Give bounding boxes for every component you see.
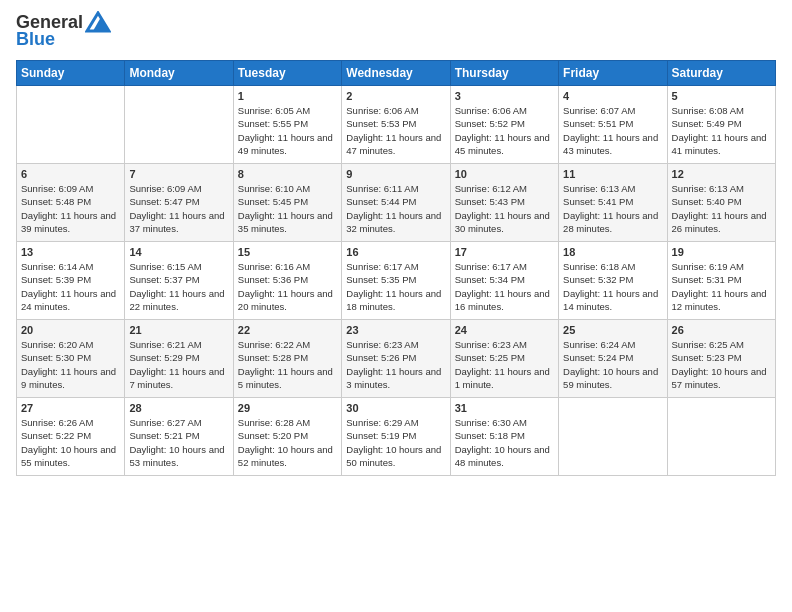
week-row-3: 13Sunrise: 6:14 AMSunset: 5:39 PMDayligh… xyxy=(17,242,776,320)
day-info: Sunrise: 6:14 AMSunset: 5:39 PMDaylight:… xyxy=(21,260,120,313)
day-header-monday: Monday xyxy=(125,61,233,86)
day-number: 8 xyxy=(238,168,337,180)
day-number: 3 xyxy=(455,90,554,102)
calendar-cell: 23Sunrise: 6:23 AMSunset: 5:26 PMDayligh… xyxy=(342,320,450,398)
day-info: Sunrise: 6:23 AMSunset: 5:25 PMDaylight:… xyxy=(455,338,554,391)
day-info: Sunrise: 6:21 AMSunset: 5:29 PMDaylight:… xyxy=(129,338,228,391)
calendar-cell: 15Sunrise: 6:16 AMSunset: 5:36 PMDayligh… xyxy=(233,242,341,320)
day-info: Sunrise: 6:26 AMSunset: 5:22 PMDaylight:… xyxy=(21,416,120,469)
day-number: 10 xyxy=(455,168,554,180)
calendar-cell: 28Sunrise: 6:27 AMSunset: 5:21 PMDayligh… xyxy=(125,398,233,476)
day-info: Sunrise: 6:09 AMSunset: 5:48 PMDaylight:… xyxy=(21,182,120,235)
day-info: Sunrise: 6:25 AMSunset: 5:23 PMDaylight:… xyxy=(672,338,771,391)
calendar-cell xyxy=(667,398,775,476)
logo: General Blue xyxy=(16,12,111,50)
day-number: 12 xyxy=(672,168,771,180)
day-info: Sunrise: 6:18 AMSunset: 5:32 PMDaylight:… xyxy=(563,260,662,313)
calendar-cell: 30Sunrise: 6:29 AMSunset: 5:19 PMDayligh… xyxy=(342,398,450,476)
day-info: Sunrise: 6:29 AMSunset: 5:19 PMDaylight:… xyxy=(346,416,445,469)
day-info: Sunrise: 6:13 AMSunset: 5:41 PMDaylight:… xyxy=(563,182,662,235)
day-number: 18 xyxy=(563,246,662,258)
day-number: 4 xyxy=(563,90,662,102)
calendar-cell: 12Sunrise: 6:13 AMSunset: 5:40 PMDayligh… xyxy=(667,164,775,242)
calendar-cell: 24Sunrise: 6:23 AMSunset: 5:25 PMDayligh… xyxy=(450,320,558,398)
day-info: Sunrise: 6:06 AMSunset: 5:53 PMDaylight:… xyxy=(346,104,445,157)
day-number: 1 xyxy=(238,90,337,102)
day-info: Sunrise: 6:16 AMSunset: 5:36 PMDaylight:… xyxy=(238,260,337,313)
day-info: Sunrise: 6:09 AMSunset: 5:47 PMDaylight:… xyxy=(129,182,228,235)
day-number: 19 xyxy=(672,246,771,258)
calendar-cell: 5Sunrise: 6:08 AMSunset: 5:49 PMDaylight… xyxy=(667,86,775,164)
day-info: Sunrise: 6:28 AMSunset: 5:20 PMDaylight:… xyxy=(238,416,337,469)
day-number: 27 xyxy=(21,402,120,414)
day-header-tuesday: Tuesday xyxy=(233,61,341,86)
header-row: SundayMondayTuesdayWednesdayThursdayFrid… xyxy=(17,61,776,86)
day-number: 13 xyxy=(21,246,120,258)
calendar-cell: 21Sunrise: 6:21 AMSunset: 5:29 PMDayligh… xyxy=(125,320,233,398)
calendar-cell xyxy=(125,86,233,164)
page-container: General Blue SundayMondayTuesdayWednesda… xyxy=(0,0,792,484)
calendar-cell: 13Sunrise: 6:14 AMSunset: 5:39 PMDayligh… xyxy=(17,242,125,320)
logo-icon xyxy=(85,11,111,33)
day-info: Sunrise: 6:15 AMSunset: 5:37 PMDaylight:… xyxy=(129,260,228,313)
day-info: Sunrise: 6:17 AMSunset: 5:34 PMDaylight:… xyxy=(455,260,554,313)
day-info: Sunrise: 6:11 AMSunset: 5:44 PMDaylight:… xyxy=(346,182,445,235)
calendar-cell: 29Sunrise: 6:28 AMSunset: 5:20 PMDayligh… xyxy=(233,398,341,476)
day-number: 5 xyxy=(672,90,771,102)
calendar-cell: 3Sunrise: 6:06 AMSunset: 5:52 PMDaylight… xyxy=(450,86,558,164)
day-header-friday: Friday xyxy=(559,61,667,86)
day-number: 11 xyxy=(563,168,662,180)
day-info: Sunrise: 6:05 AMSunset: 5:55 PMDaylight:… xyxy=(238,104,337,157)
week-row-4: 20Sunrise: 6:20 AMSunset: 5:30 PMDayligh… xyxy=(17,320,776,398)
day-info: Sunrise: 6:08 AMSunset: 5:49 PMDaylight:… xyxy=(672,104,771,157)
day-number: 24 xyxy=(455,324,554,336)
calendar-cell: 11Sunrise: 6:13 AMSunset: 5:41 PMDayligh… xyxy=(559,164,667,242)
calendar-cell: 17Sunrise: 6:17 AMSunset: 5:34 PMDayligh… xyxy=(450,242,558,320)
week-row-2: 6Sunrise: 6:09 AMSunset: 5:48 PMDaylight… xyxy=(17,164,776,242)
calendar-cell: 27Sunrise: 6:26 AMSunset: 5:22 PMDayligh… xyxy=(17,398,125,476)
day-info: Sunrise: 6:07 AMSunset: 5:51 PMDaylight:… xyxy=(563,104,662,157)
calendar-cell: 6Sunrise: 6:09 AMSunset: 5:48 PMDaylight… xyxy=(17,164,125,242)
day-info: Sunrise: 6:06 AMSunset: 5:52 PMDaylight:… xyxy=(455,104,554,157)
day-info: Sunrise: 6:12 AMSunset: 5:43 PMDaylight:… xyxy=(455,182,554,235)
calendar-cell: 25Sunrise: 6:24 AMSunset: 5:24 PMDayligh… xyxy=(559,320,667,398)
day-info: Sunrise: 6:24 AMSunset: 5:24 PMDaylight:… xyxy=(563,338,662,391)
day-header-sunday: Sunday xyxy=(17,61,125,86)
day-number: 26 xyxy=(672,324,771,336)
calendar-cell: 9Sunrise: 6:11 AMSunset: 5:44 PMDaylight… xyxy=(342,164,450,242)
day-number: 30 xyxy=(346,402,445,414)
calendar-cell: 26Sunrise: 6:25 AMSunset: 5:23 PMDayligh… xyxy=(667,320,775,398)
day-number: 6 xyxy=(21,168,120,180)
day-header-saturday: Saturday xyxy=(667,61,775,86)
day-number: 29 xyxy=(238,402,337,414)
calendar-cell: 31Sunrise: 6:30 AMSunset: 5:18 PMDayligh… xyxy=(450,398,558,476)
week-row-1: 1Sunrise: 6:05 AMSunset: 5:55 PMDaylight… xyxy=(17,86,776,164)
day-number: 2 xyxy=(346,90,445,102)
day-info: Sunrise: 6:23 AMSunset: 5:26 PMDaylight:… xyxy=(346,338,445,391)
day-info: Sunrise: 6:17 AMSunset: 5:35 PMDaylight:… xyxy=(346,260,445,313)
day-number: 21 xyxy=(129,324,228,336)
day-info: Sunrise: 6:22 AMSunset: 5:28 PMDaylight:… xyxy=(238,338,337,391)
calendar-cell xyxy=(559,398,667,476)
calendar-cell: 10Sunrise: 6:12 AMSunset: 5:43 PMDayligh… xyxy=(450,164,558,242)
day-number: 16 xyxy=(346,246,445,258)
calendar-cell: 8Sunrise: 6:10 AMSunset: 5:45 PMDaylight… xyxy=(233,164,341,242)
day-number: 14 xyxy=(129,246,228,258)
calendar-cell: 14Sunrise: 6:15 AMSunset: 5:37 PMDayligh… xyxy=(125,242,233,320)
calendar-cell: 20Sunrise: 6:20 AMSunset: 5:30 PMDayligh… xyxy=(17,320,125,398)
header: General Blue xyxy=(16,12,776,50)
day-info: Sunrise: 6:20 AMSunset: 5:30 PMDaylight:… xyxy=(21,338,120,391)
calendar-cell: 22Sunrise: 6:22 AMSunset: 5:28 PMDayligh… xyxy=(233,320,341,398)
day-number: 23 xyxy=(346,324,445,336)
day-info: Sunrise: 6:27 AMSunset: 5:21 PMDaylight:… xyxy=(129,416,228,469)
calendar-cell: 18Sunrise: 6:18 AMSunset: 5:32 PMDayligh… xyxy=(559,242,667,320)
calendar-cell: 16Sunrise: 6:17 AMSunset: 5:35 PMDayligh… xyxy=(342,242,450,320)
day-number: 25 xyxy=(563,324,662,336)
day-number: 17 xyxy=(455,246,554,258)
day-number: 22 xyxy=(238,324,337,336)
day-number: 7 xyxy=(129,168,228,180)
day-info: Sunrise: 6:10 AMSunset: 5:45 PMDaylight:… xyxy=(238,182,337,235)
logo-blue-text: Blue xyxy=(16,29,55,50)
day-info: Sunrise: 6:13 AMSunset: 5:40 PMDaylight:… xyxy=(672,182,771,235)
calendar-cell: 2Sunrise: 6:06 AMSunset: 5:53 PMDaylight… xyxy=(342,86,450,164)
